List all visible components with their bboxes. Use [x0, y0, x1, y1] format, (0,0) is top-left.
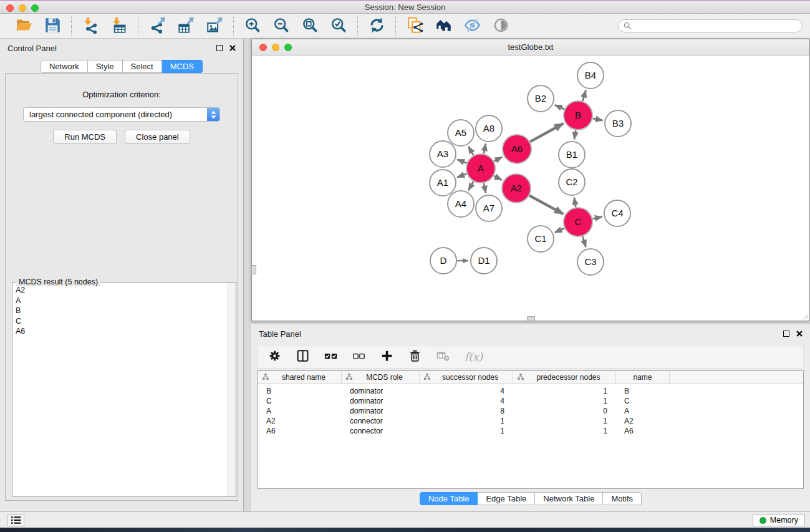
graph-node-A[interactable]: A: [466, 154, 495, 183]
graph-node-B1[interactable]: B1: [559, 142, 585, 168]
zoom-window-button[interactable]: [31, 4, 39, 12]
memory-status-dot: [759, 517, 766, 524]
resize-grip[interactable]: [800, 311, 809, 320]
table-row[interactable]: Cdominator41C: [258, 396, 803, 406]
graph-node-A3[interactable]: A3: [430, 141, 456, 167]
cell: dominator: [342, 397, 420, 405]
graph-node-B[interactable]: B: [564, 101, 592, 130]
table-row[interactable]: A2connector11A2: [258, 416, 803, 426]
graph-node-C2[interactable]: C2: [559, 169, 585, 195]
cell: C: [616, 397, 670, 405]
select-all-checks-button[interactable]: [324, 349, 337, 364]
export-image-button[interactable]: [205, 17, 224, 36]
column-header-successor-nodes[interactable]: successor nodes: [420, 371, 513, 384]
zoom-fit-button[interactable]: [301, 17, 319, 36]
close-network-button[interactable]: [259, 44, 267, 51]
zoom-selected-button[interactable]: [329, 17, 348, 36]
float-table-panel-icon[interactable]: [783, 331, 789, 337]
table-tab-edge-table[interactable]: Edge Table: [478, 492, 535, 505]
table-tab-network-table[interactable]: Network Table: [535, 492, 603, 505]
search-input[interactable]: [635, 21, 797, 31]
settings-gear-button[interactable]: [268, 349, 281, 364]
show-hidden-button[interactable]: [491, 17, 510, 36]
split-view-button[interactable]: [296, 349, 309, 364]
tab-select[interactable]: Select: [123, 60, 162, 73]
add-column-button[interactable]: [380, 349, 393, 364]
graph-node-C3[interactable]: C3: [577, 249, 604, 275]
column-header-name[interactable]: name: [616, 371, 670, 384]
result-item[interactable]: A6: [16, 326, 236, 337]
edge-C-C3: [582, 236, 586, 247]
open-session-button[interactable]: [14, 17, 33, 36]
table-row[interactable]: Bdominator41B: [258, 386, 803, 396]
table-tab-node-table[interactable]: Node Table: [420, 492, 478, 505]
table-row[interactable]: Adominator80A: [258, 406, 803, 416]
tab-style[interactable]: Style: [88, 60, 123, 73]
left-splitter-thumb[interactable]: [251, 265, 256, 274]
delete-column-button[interactable]: [408, 349, 422, 364]
graph-node-C4[interactable]: C4: [604, 200, 630, 226]
result-item[interactable]: B: [16, 306, 236, 316]
svg-text:B3: B3: [612, 118, 624, 128]
column-header-MCDS-role[interactable]: MCDS role: [342, 371, 420, 384]
save-session-button[interactable]: [43, 17, 62, 36]
graph-node-A7[interactable]: A7: [476, 195, 502, 221]
zoom-network-button[interactable]: [284, 44, 292, 51]
memory-button[interactable]: Memory: [753, 514, 805, 526]
graph-node-A8[interactable]: A8: [476, 115, 502, 142]
column-header-predecessor-nodes[interactable]: predecessor nodes: [513, 371, 616, 384]
zoom-out-button[interactable]: [272, 17, 291, 36]
result-item[interactable]: A: [16, 296, 236, 306]
search-box: [618, 19, 803, 32]
float-panel-icon[interactable]: [216, 45, 223, 51]
home-button[interactable]: [434, 17, 453, 36]
task-history-button[interactable]: [7, 514, 24, 526]
node-table[interactable]: shared nameMCDS rolesuccessor nodesprede…: [258, 370, 804, 489]
cell: B: [616, 387, 670, 395]
graph-node-B2[interactable]: B2: [528, 85, 554, 112]
graph-node-B3[interactable]: B3: [605, 110, 631, 137]
result-scrollbar[interactable]: [228, 283, 236, 496]
hide-selected-button[interactable]: [463, 17, 481, 36]
graph-node-B4[interactable]: B4: [577, 62, 604, 89]
minimize-window-button[interactable]: [19, 4, 26, 12]
zoom-in-button[interactable]: [243, 17, 262, 36]
close-window-button[interactable]: [6, 4, 14, 12]
bottom-splitter-thumb[interactable]: [527, 316, 535, 321]
run-mcds-button[interactable]: Run MCDS: [53, 130, 117, 144]
close-panel-button[interactable]: Close panel: [125, 130, 190, 144]
close-panel-icon[interactable]: [229, 45, 236, 51]
import-table-button[interactable]: [110, 17, 128, 36]
graph-node-A2[interactable]: A2: [502, 174, 531, 203]
optimization-criterion-select[interactable]: largest connected component (directed): [23, 107, 220, 122]
column-header-shared-name[interactable]: shared name: [258, 371, 342, 384]
table-row[interactable]: A6connector11A6: [258, 426, 803, 436]
graph-node-D1[interactable]: D1: [471, 248, 497, 274]
result-item[interactable]: C: [16, 316, 236, 327]
graph-node-A4[interactable]: A4: [448, 191, 474, 217]
export-table-button[interactable]: [176, 17, 195, 36]
graph-node-C[interactable]: C: [564, 208, 592, 236]
close-table-panel-icon[interactable]: [796, 331, 803, 337]
import-network-button[interactable]: [81, 17, 100, 36]
export-network-button[interactable]: [148, 17, 166, 36]
network-graph-canvas[interactable]: B4B2BB3A8A5A6A3B1AA1C2A2A4A7C4CC1DD1C3: [252, 56, 809, 321]
tab-mcds[interactable]: MCDS: [162, 60, 203, 73]
graph-node-A1[interactable]: A1: [430, 170, 456, 196]
cell: connector: [342, 417, 420, 425]
refresh-button[interactable]: [367, 17, 386, 36]
minimize-network-button[interactable]: [272, 44, 279, 51]
table-tab-motifs[interactable]: Motifs: [603, 492, 642, 505]
network-window-titlebar[interactable]: testGlobe.txt: [252, 39, 809, 56]
result-item[interactable]: A2: [16, 285, 236, 296]
graph-node-A6[interactable]: A6: [503, 135, 531, 163]
graph-node-D[interactable]: D: [430, 248, 456, 274]
cell: dominator: [342, 407, 420, 415]
deselect-all-button[interactable]: [352, 349, 365, 364]
graph-node-C1[interactable]: C1: [528, 226, 554, 252]
tab-network[interactable]: Network: [41, 60, 88, 73]
deselect-all-icon: [352, 349, 365, 364]
graph-node-A5[interactable]: A5: [448, 120, 474, 146]
copy-style-button[interactable]: [405, 17, 424, 36]
home-icon: [435, 17, 452, 36]
